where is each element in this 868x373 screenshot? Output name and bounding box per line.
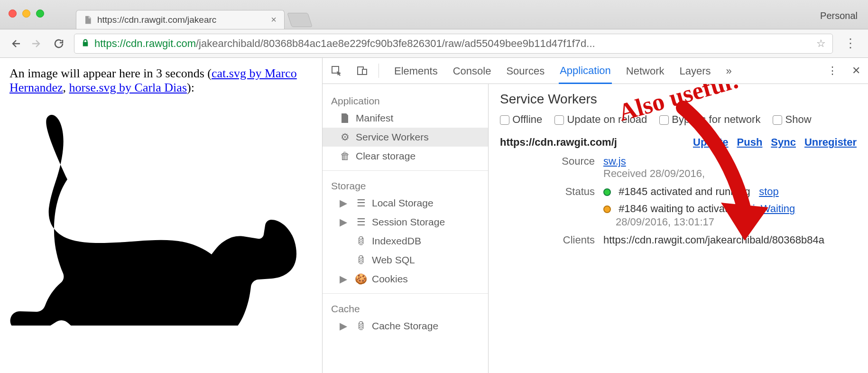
devtools-panel: Elements Console Sources Application Net… xyxy=(323,58,868,373)
lock-icon xyxy=(81,37,90,50)
back-button[interactable] xyxy=(9,37,22,50)
sidebar-group-cache: Cache xyxy=(323,298,488,317)
link-push[interactable]: Push xyxy=(737,136,763,149)
browser-menu-icon[interactable]: ⋮ xyxy=(841,36,859,51)
sw-scope: https://cdn.rawgit.com/j Update Push Syn… xyxy=(500,136,857,149)
window-controls xyxy=(9,9,44,18)
minimize-window-icon[interactable] xyxy=(22,9,30,18)
link-unregister[interactable]: Unregister xyxy=(804,136,857,149)
application-sidebar: Application Manifest ⚙Service Workers 🗑C… xyxy=(323,84,489,373)
window-titlebar: https://cdn.rawgit.com/jakearc × Persona… xyxy=(0,0,868,29)
storage-icon: ☰ xyxy=(356,217,366,227)
tab-sources[interactable]: Sources xyxy=(505,58,545,83)
browser-tab[interactable]: https://cdn.rawgit.com/jakearc × xyxy=(76,10,285,29)
profile-label[interactable]: Personal xyxy=(820,10,858,21)
sidebar-item-session-storage[interactable]: ▶☰Session Storage xyxy=(323,213,488,232)
reload-button[interactable] xyxy=(52,37,65,50)
source-received: Received 28/09/2016, xyxy=(603,168,705,179)
devtools-tabs: Elements Console Sources Application Net… xyxy=(323,58,868,84)
link-sync[interactable]: Sync xyxy=(771,136,796,149)
device-toggle-icon[interactable] xyxy=(356,65,368,77)
status-time: 28/09/2016, 13:01:17 xyxy=(616,216,857,228)
link-update[interactable]: Update xyxy=(693,136,729,149)
sidebar-item-cookies[interactable]: ▶🍪Cookies xyxy=(323,270,488,289)
label-status: Status xyxy=(500,186,595,228)
sidebar-item-manifest[interactable]: Manifest xyxy=(323,109,488,128)
bookmark-icon[interactable]: ☆ xyxy=(816,37,826,50)
label-source: Source xyxy=(500,155,595,180)
devtools-menu-icon[interactable]: ⋮ xyxy=(827,65,838,77)
inspect-icon[interactable] xyxy=(330,65,342,77)
storage-icon: ☰ xyxy=(356,198,366,208)
sidebar-group-storage: Storage xyxy=(323,176,488,194)
tab-application[interactable]: Application xyxy=(559,58,612,84)
maximize-window-icon[interactable] xyxy=(36,9,44,18)
tab-elements[interactable]: Elements xyxy=(393,58,439,83)
opt-offline[interactable]: Offline xyxy=(500,113,542,126)
chevron-right-icon: ▶ xyxy=(340,273,347,285)
tab-title: https://cdn.rawgit.com/jakearc xyxy=(97,15,216,25)
sidebar-item-websql[interactable]: ▶🛢Web SQL xyxy=(323,251,488,270)
sidebar-item-clear-storage[interactable]: 🗑Clear storage xyxy=(323,147,488,166)
sidebar-item-local-storage[interactable]: ▶☰Local Storage xyxy=(323,194,488,213)
sidebar-item-service-workers[interactable]: ⚙Service Workers xyxy=(323,128,488,147)
link-skipwaiting[interactable]: skipWaiting xyxy=(742,203,795,214)
trash-icon: 🗑 xyxy=(340,151,350,161)
gear-icon: ⚙ xyxy=(340,132,350,142)
close-window-icon[interactable] xyxy=(9,9,17,18)
sidebar-item-indexeddb[interactable]: ▶🛢IndexedDB xyxy=(323,232,488,251)
database-icon: 🛢 xyxy=(356,255,366,265)
status-dot-green-icon xyxy=(603,188,611,196)
opt-bypass-network[interactable]: Bypass for network xyxy=(659,113,760,126)
status-dot-orange-icon xyxy=(603,205,611,213)
sidebar-item-cache-storage[interactable]: ▶🛢Cache Storage xyxy=(323,317,488,336)
chevron-right-icon: ▶ xyxy=(340,320,347,332)
url-text: https://cdn.rawgit.com/jakearchibald/803… xyxy=(94,37,595,50)
new-tab-button[interactable] xyxy=(287,13,313,27)
service-workers-panel: Service Workers Offline Update on reload… xyxy=(489,84,868,373)
link-stop[interactable]: stop xyxy=(759,186,779,197)
clients-url: https://cdn.rawgit.com/jakearchibald/803… xyxy=(603,234,857,246)
page-content: An image will appear here in 3 seconds (… xyxy=(0,58,323,373)
database-icon: 🛢 xyxy=(356,321,366,331)
file-icon xyxy=(340,113,350,123)
status-line-1: #1845 activated and running stop xyxy=(603,186,857,198)
tab-console[interactable]: Console xyxy=(452,58,492,83)
cat-image xyxy=(9,98,313,329)
file-icon xyxy=(83,15,92,25)
link-swjs[interactable]: sw.js xyxy=(603,155,626,167)
panel-title: Service Workers xyxy=(500,92,857,107)
status-line-2: #1846 waiting to activate skipWaiting xyxy=(603,203,857,215)
svg-rect-2 xyxy=(362,69,367,75)
database-icon: 🛢 xyxy=(356,236,366,246)
page-text: An image will appear here in 3 seconds (… xyxy=(9,66,313,95)
chevron-right-icon: ▶ xyxy=(340,216,347,228)
link-horse-svg[interactable]: horse.svg by Carla Dias xyxy=(69,81,187,94)
sw-options: Offline Update on reload Bypass for netw… xyxy=(500,113,857,126)
chevron-right-icon: ▶ xyxy=(340,197,347,209)
forward-button[interactable] xyxy=(30,37,44,50)
label-clients: Clients xyxy=(500,234,595,246)
url-input[interactable]: https://cdn.rawgit.com/jakearchibald/803… xyxy=(74,34,833,54)
tab-network[interactable]: Network xyxy=(625,58,665,83)
tab-more[interactable]: » xyxy=(725,58,733,83)
opt-show[interactable]: Show xyxy=(773,113,811,126)
devtools-close-icon[interactable]: ✕ xyxy=(852,65,860,77)
sidebar-group-application: Application xyxy=(323,91,488,109)
tab-layers[interactable]: Layers xyxy=(678,58,711,83)
opt-update-on-reload[interactable]: Update on reload xyxy=(554,113,647,126)
cookie-icon: 🍪 xyxy=(356,274,366,284)
close-tab-icon[interactable]: × xyxy=(271,14,277,25)
address-bar: https://cdn.rawgit.com/jakearchibald/803… xyxy=(0,29,868,58)
